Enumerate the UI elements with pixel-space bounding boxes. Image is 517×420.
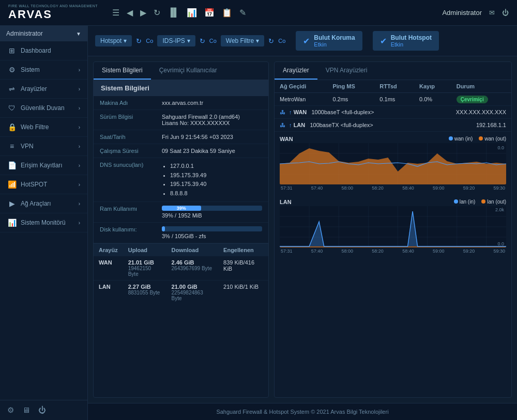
table-row: 🖧 ↑ WAN 1000baseT <full-duplex> XXX.XXX.… (275, 106, 511, 119)
back-icon[interactable]: ◀ (127, 8, 133, 18)
lan-chart-svg (280, 206, 506, 247)
tab-cevrimici-kullanici[interactable]: Çevrimiçi Kullanıcılar (151, 62, 225, 80)
value-surum: Sahguard Firewall 2.0 (amd64) Lisans No:… (162, 114, 262, 126)
panels: Sistem Bilgileri Çevrimiçi Kullanıcılar … (88, 56, 517, 403)
wan-legend-out: wan (out) (479, 136, 506, 142)
value-calisma: 09 Saat 23 Dakika 59 Saniye (162, 148, 262, 154)
info-row-makina: Makina Adı xxx.arvas.com.tr (94, 96, 268, 110)
info-row-calisma: Çalışma Süresi 09 Saat 23 Dakika 59 Sani… (94, 144, 268, 158)
sidebar-item-arayuzler[interactable]: ⇌ Arayüzler › (0, 80, 87, 99)
menu-icon[interactable]: ☰ (112, 8, 119, 18)
label-dns: DNS sunucu(ları) (100, 162, 162, 198)
iface-lan-row: 🖧 ↑ LAN 100baseTX <full-duplex> 192.168.… (275, 119, 511, 132)
topbar-right: Administrator ✉ ⏻ (442, 9, 509, 17)
vpn-icon: ≡ (7, 142, 17, 150)
guvenlik-icon: 🛡 (7, 104, 17, 112)
edit-icon[interactable]: ✎ (239, 8, 246, 18)
net-upload-lan: 2.27 GiB 8831055 Byte (123, 281, 166, 305)
wan-iface-icon: 🖧 (280, 109, 285, 115)
net-iface-lan: LAN (94, 281, 123, 305)
lan-legend-out: lan (out) (481, 199, 506, 205)
logo: FIRE WALL TECHNOLOGY AND MANAGEMENT ARVA… (8, 4, 98, 21)
label-ram: Ram Kullanımı (100, 206, 162, 219)
bulut-hotspot-title: Bulut Hotspot (391, 34, 432, 41)
wan-chart-axis: 57:3157:4058:0058:2058:4059:0059:2059:30 (280, 185, 506, 191)
gw-ping: 0.2ms (327, 93, 374, 106)
tab-vpn-arayuzler[interactable]: VPN Arayüzleri (317, 62, 376, 80)
tab-sistem-bilgileri[interactable]: Sistem Bilgileri (94, 62, 151, 80)
sidebar-item-monitor[interactable]: 📊 Sistem Monitörü › (0, 213, 87, 232)
power-icon[interactable]: ⏻ (502, 9, 509, 17)
sidebar-item-sistem[interactable]: ⚙ Sistem › (0, 60, 87, 80)
label-makina: Makina Adı (100, 100, 162, 106)
lan-iface-icon: 🖧 (280, 122, 285, 128)
net-download-lan: 21.00 GiB 22549824863 Byte (166, 281, 219, 305)
section-title-sistem: Sistem Bilgileri (94, 80, 268, 96)
wan-legend-in: wan (in) (449, 136, 473, 142)
sidebar-item-erisim[interactable]: 📄 Erişim Kayıtları › (0, 156, 87, 175)
lan-up-icon: ↑ (289, 122, 292, 128)
webfiltre-refresh-icon[interactable]: ↻ (268, 37, 274, 45)
label-calisma: Çalışma Süresi (100, 148, 162, 154)
mail-icon[interactable]: ✉ (489, 9, 495, 17)
chevron-down-icon: ▼ (76, 31, 81, 37)
sidebar-username: Administrator (6, 30, 43, 37)
settings-footer-icon[interactable]: ⚙ (7, 406, 14, 415)
topbar: FIRE WALL TECHNOLOGY AND MANAGEMENT ARVA… (0, 0, 517, 26)
label-surum: Sürüm Bilgisi (100, 114, 162, 126)
webfiltre-dropdown-icon: ▾ (256, 37, 259, 44)
sidebar-item-guvenlik[interactable]: 🛡 Güvenlik Duvan › (0, 99, 87, 118)
gw-header-ag: Ağ Geçidi (275, 80, 327, 93)
hotspot-refresh-icon[interactable]: ↻ (136, 37, 142, 45)
sidebar-item-vpn[interactable]: ≡ VPN › (0, 137, 87, 156)
bulut-koruma-badge: ✔ Bulut Koruma Etkin (296, 31, 362, 51)
lan-chart-section: LAN lan (in) lan (out) 2.0k 0.0 (275, 195, 511, 258)
hotspot-label: Hotspot (100, 37, 121, 44)
admin-label: Administrator (442, 9, 482, 17)
tab-arayuzler[interactable]: Arayüzler (275, 62, 317, 80)
gw-status: Çevrimiçi (451, 93, 511, 106)
net-header-engellenen: Engellenen (218, 244, 268, 256)
info-table: Makina Adı xxx.arvas.com.tr Sürüm Bilgis… (94, 96, 268, 243)
iface-wan-row: 🖧 ↑ WAN 1000baseT <full-duplex> XXX.XXX.… (275, 106, 511, 119)
net-upload-wan: 21.01 GiB 19462150 Byte (123, 256, 166, 281)
sidebar-user[interactable]: Administrator ▼ (0, 26, 87, 41)
lan-chart-legend: lan (in) lan (out) (454, 199, 506, 205)
sidebar: Administrator ▼ ⊞ Dashboard ⚙ Sistem › ⇌… (0, 26, 88, 420)
gw-header-rttsd: RTTsd (374, 80, 414, 93)
hotspot-button[interactable]: Hotspot ▾ (95, 35, 132, 46)
net-blocked-wan: 839 KiB/416 KiB (218, 256, 268, 281)
wan-chart-container: 0.0 (280, 143, 506, 184)
hotspot-co-icon: Co (146, 38, 153, 44)
hotspot-icon: 📶 (7, 180, 17, 189)
power-footer-icon[interactable]: ⏻ (38, 406, 46, 415)
chevron-right-icon5: › (79, 144, 80, 149)
ids-button[interactable]: IDS-IPS ▾ (157, 35, 195, 46)
info-row-surum: Sürüm Bilgisi Sahguard Firewall 2.0 (amd… (94, 110, 268, 130)
sidebar-item-hotspot[interactable]: 📶 HotSPOT › (0, 175, 87, 194)
wan-chart-legend: wan (in) wan (out) (449, 136, 506, 142)
chevron-right-icon7: › (79, 182, 80, 188)
ids-refresh-icon[interactable]: ↻ (200, 37, 205, 45)
refresh-icon[interactable]: ↻ (154, 8, 160, 18)
ids-dropdown-icon: ▾ (187, 37, 190, 44)
sidebar-item-agtools[interactable]: ▶ Ağ Araçları › (0, 194, 87, 213)
label-disk: Disk kullanımı: (100, 226, 162, 239)
webfiltre-button[interactable]: Web Filtre ▾ (221, 35, 264, 46)
sidebar-item-dashboard[interactable]: ⊞ Dashboard (0, 41, 87, 60)
monitor-footer-icon[interactable]: 🖥 (22, 406, 30, 415)
bulut-hotspot-check-icon: ✔ (380, 36, 387, 46)
gateway-table: Ağ Geçidi Ping MS RTTsd Kayıp Durum Metr… (275, 80, 511, 132)
table-row: MetroWan 0.2ms 0.1ms 0.0% Çevrimiçi (275, 93, 511, 106)
forward-icon[interactable]: ▶ (140, 8, 146, 18)
table-row: WAN 21.01 GiB 19462150 Byte 2.46 GiB 264… (94, 256, 268, 281)
sidebar-label-vpn: VPN (21, 143, 34, 150)
sidebar-item-webfiltre[interactable]: 🔒 Web Filtre › (0, 118, 87, 137)
wan-chart-label: WAN (280, 136, 293, 142)
webfiltre-label: Web Filtre (226, 37, 254, 44)
value-makina: xxx.arvas.com.tr (162, 100, 262, 106)
status-badge: Çevrimiçi (457, 96, 488, 103)
chevron-right-icon9: › (79, 220, 80, 226)
doc-icon: 📋 (222, 8, 232, 18)
monitor-icon: 📊 (7, 219, 17, 227)
